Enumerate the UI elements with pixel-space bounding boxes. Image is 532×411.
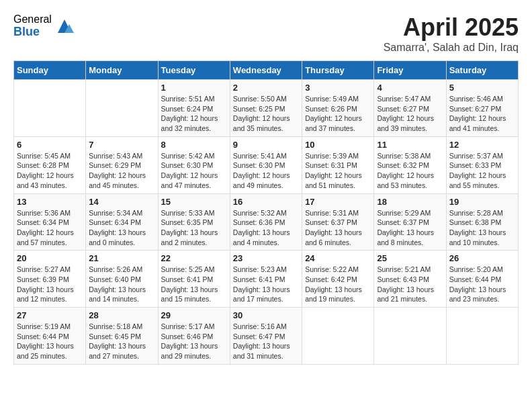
calendar-cell: 2Sunrise: 5:50 AM Sunset: 6:25 PM Daylig…	[230, 80, 302, 137]
calendar-cell: 17Sunrise: 5:31 AM Sunset: 6:37 PM Dayli…	[302, 193, 374, 250]
calendar-cell: 16Sunrise: 5:32 AM Sunset: 6:36 PM Dayli…	[230, 193, 302, 250]
month-title: April 2025	[384, 13, 519, 42]
day-info: Sunrise: 5:22 AM Sunset: 6:42 PM Dayligh…	[305, 265, 371, 304]
calendar-cell	[374, 308, 446, 365]
location: Samarra', Salah ad Din, Iraq	[384, 42, 519, 54]
day-info: Sunrise: 5:41 AM Sunset: 6:30 PM Dayligh…	[233, 151, 299, 191]
calendar-cell: 12Sunrise: 5:37 AM Sunset: 6:33 PM Dayli…	[446, 136, 518, 193]
logo-icon	[54, 16, 75, 36]
day-info: Sunrise: 5:19 AM Sunset: 6:44 PM Dayligh…	[17, 322, 83, 361]
day-number: 17	[305, 197, 371, 207]
logo-text: General Blue	[13, 13, 52, 38]
day-number: 12	[449, 140, 515, 150]
day-info: Sunrise: 5:23 AM Sunset: 6:41 PM Dayligh…	[233, 265, 299, 304]
day-number: 13	[17, 197, 83, 207]
day-number: 22	[161, 253, 227, 263]
header-sunday: Sunday	[14, 61, 86, 80]
day-info: Sunrise: 5:21 AM Sunset: 6:43 PM Dayligh…	[377, 265, 443, 304]
calendar-cell: 20Sunrise: 5:27 AM Sunset: 6:39 PM Dayli…	[14, 250, 86, 308]
day-number: 30	[233, 310, 299, 320]
calendar-cell: 4Sunrise: 5:47 AM Sunset: 6:27 PM Daylig…	[374, 80, 446, 137]
calendar-cell: 3Sunrise: 5:49 AM Sunset: 6:26 PM Daylig…	[302, 80, 374, 137]
header-wednesday: Wednesday	[230, 61, 302, 80]
calendar-cell: 26Sunrise: 5:20 AM Sunset: 6:44 PM Dayli…	[446, 250, 518, 308]
calendar-cell	[86, 80, 158, 137]
day-number: 14	[89, 197, 154, 207]
calendar-cell	[14, 80, 86, 137]
day-info: Sunrise: 5:25 AM Sunset: 6:41 PM Dayligh…	[161, 265, 227, 304]
calendar-cell: 6Sunrise: 5:45 AM Sunset: 6:28 PM Daylig…	[14, 136, 86, 193]
day-info: Sunrise: 5:18 AM Sunset: 6:45 PM Dayligh…	[89, 322, 154, 361]
day-number: 3	[305, 83, 371, 93]
calendar-cell: 21Sunrise: 5:26 AM Sunset: 6:40 PM Dayli…	[86, 250, 158, 308]
calendar-table: SundayMondayTuesdayWednesdayThursdayFrid…	[13, 60, 519, 365]
calendar-week-5: 27Sunrise: 5:19 AM Sunset: 6:44 PM Dayli…	[14, 308, 519, 365]
day-number: 10	[305, 140, 371, 150]
calendar-cell: 24Sunrise: 5:22 AM Sunset: 6:42 PM Dayli…	[302, 250, 374, 308]
calendar-cell: 25Sunrise: 5:21 AM Sunset: 6:43 PM Dayli…	[374, 250, 446, 308]
calendar-cell: 27Sunrise: 5:19 AM Sunset: 6:44 PM Dayli…	[14, 308, 86, 365]
day-info: Sunrise: 5:50 AM Sunset: 6:25 PM Dayligh…	[233, 94, 299, 134]
calendar-week-3: 13Sunrise: 5:36 AM Sunset: 6:34 PM Dayli…	[14, 193, 519, 250]
day-info: Sunrise: 5:33 AM Sunset: 6:35 PM Dayligh…	[161, 208, 227, 248]
day-number: 9	[233, 140, 299, 150]
day-info: Sunrise: 5:20 AM Sunset: 6:44 PM Dayligh…	[449, 265, 515, 304]
day-info: Sunrise: 5:43 AM Sunset: 6:29 PM Dayligh…	[89, 151, 154, 191]
calendar-cell: 11Sunrise: 5:38 AM Sunset: 6:32 PM Dayli…	[374, 136, 446, 193]
day-info: Sunrise: 5:38 AM Sunset: 6:32 PM Dayligh…	[377, 151, 443, 191]
calendar-cell: 7Sunrise: 5:43 AM Sunset: 6:29 PM Daylig…	[86, 136, 158, 193]
day-number: 5	[449, 83, 515, 93]
calendar-cell: 1Sunrise: 5:51 AM Sunset: 6:24 PM Daylig…	[158, 80, 230, 137]
day-info: Sunrise: 5:16 AM Sunset: 6:47 PM Dayligh…	[233, 322, 299, 361]
day-number: 7	[89, 140, 154, 150]
day-info: Sunrise: 5:46 AM Sunset: 6:27 PM Dayligh…	[449, 94, 515, 134]
day-number: 29	[161, 310, 227, 320]
calendar-cell	[446, 308, 518, 365]
calendar-cell: 5Sunrise: 5:46 AM Sunset: 6:27 PM Daylig…	[446, 80, 518, 137]
calendar-cell: 8Sunrise: 5:42 AM Sunset: 6:30 PM Daylig…	[158, 136, 230, 193]
day-number: 23	[233, 253, 299, 263]
day-info: Sunrise: 5:34 AM Sunset: 6:34 PM Dayligh…	[89, 208, 154, 248]
calendar-header-row: SundayMondayTuesdayWednesdayThursdayFrid…	[14, 61, 519, 80]
day-info: Sunrise: 5:37 AM Sunset: 6:33 PM Dayligh…	[449, 151, 515, 191]
calendar-cell: 19Sunrise: 5:28 AM Sunset: 6:38 PM Dayli…	[446, 193, 518, 250]
calendar-cell: 15Sunrise: 5:33 AM Sunset: 6:35 PM Dayli…	[158, 193, 230, 250]
calendar-cell: 13Sunrise: 5:36 AM Sunset: 6:34 PM Dayli…	[14, 193, 86, 250]
calendar-cell: 22Sunrise: 5:25 AM Sunset: 6:41 PM Dayli…	[158, 250, 230, 308]
day-info: Sunrise: 5:42 AM Sunset: 6:30 PM Dayligh…	[161, 151, 227, 191]
day-info: Sunrise: 5:31 AM Sunset: 6:37 PM Dayligh…	[305, 208, 371, 248]
header-tuesday: Tuesday	[158, 61, 230, 80]
page-header: General Blue April 2025 Samarra', Salah …	[13, 13, 519, 54]
day-info: Sunrise: 5:49 AM Sunset: 6:26 PM Dayligh…	[305, 94, 371, 134]
logo-general: General	[13, 13, 52, 26]
day-number: 25	[377, 253, 443, 263]
day-info: Sunrise: 5:32 AM Sunset: 6:36 PM Dayligh…	[233, 208, 299, 248]
header-thursday: Thursday	[302, 61, 374, 80]
day-info: Sunrise: 5:29 AM Sunset: 6:37 PM Dayligh…	[377, 208, 443, 248]
day-number: 21	[89, 253, 154, 263]
day-number: 15	[161, 197, 227, 207]
day-info: Sunrise: 5:26 AM Sunset: 6:40 PM Dayligh…	[89, 265, 154, 304]
day-number: 19	[449, 197, 515, 207]
day-info: Sunrise: 5:27 AM Sunset: 6:39 PM Dayligh…	[17, 265, 83, 304]
day-number: 26	[449, 253, 515, 263]
logo-blue: Blue	[13, 26, 52, 39]
day-number: 1	[161, 83, 227, 93]
day-number: 16	[233, 197, 299, 207]
calendar-cell: 10Sunrise: 5:39 AM Sunset: 6:31 PM Dayli…	[302, 136, 374, 193]
day-info: Sunrise: 5:47 AM Sunset: 6:27 PM Dayligh…	[377, 94, 443, 134]
day-info: Sunrise: 5:39 AM Sunset: 6:31 PM Dayligh…	[305, 151, 371, 191]
day-number: 18	[377, 197, 443, 207]
calendar-cell: 28Sunrise: 5:18 AM Sunset: 6:45 PM Dayli…	[86, 308, 158, 365]
day-number: 27	[17, 310, 83, 320]
calendar-week-4: 20Sunrise: 5:27 AM Sunset: 6:39 PM Dayli…	[14, 250, 519, 308]
day-info: Sunrise: 5:45 AM Sunset: 6:28 PM Dayligh…	[17, 151, 83, 191]
day-info: Sunrise: 5:51 AM Sunset: 6:24 PM Dayligh…	[161, 94, 227, 134]
logo: General Blue	[13, 13, 75, 38]
calendar-week-2: 6Sunrise: 5:45 AM Sunset: 6:28 PM Daylig…	[14, 136, 519, 193]
day-number: 8	[161, 140, 227, 150]
header-saturday: Saturday	[446, 61, 518, 80]
day-info: Sunrise: 5:17 AM Sunset: 6:46 PM Dayligh…	[161, 322, 227, 361]
header-monday: Monday	[86, 61, 158, 80]
day-info: Sunrise: 5:28 AM Sunset: 6:38 PM Dayligh…	[449, 208, 515, 248]
